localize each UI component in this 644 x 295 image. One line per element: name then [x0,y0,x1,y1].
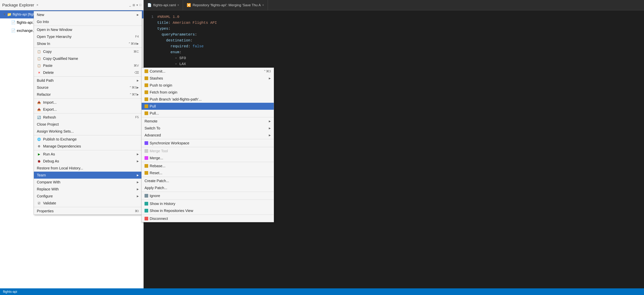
menu-item-configure-label: Configure [37,194,137,198]
menu-arrow-build-path: ▶ [137,79,139,82]
menu-item-run-as[interactable]: ▶ Run As ▶ [34,151,142,158]
maximize-icon[interactable]: □ [139,3,141,7]
menu-item-publish-exchange[interactable]: 🌐 Publish to Exchange [34,136,142,143]
reset-icon [144,171,148,175]
menu-item-import[interactable]: 📥 Import... [34,99,142,106]
team-menu-stashes[interactable]: Stashes ▶ [142,75,274,82]
team-menu-show-repos-label: Show in Repositories View [150,209,271,213]
dropdown-icon[interactable]: ▾ [136,3,138,7]
line-number-1: 1 [148,14,154,20]
team-menu-pull[interactable]: Pull [142,103,274,110]
menu-item-go-into[interactable]: Go Into [34,18,142,25]
team-menu-commit[interactable]: Commit... ⌃⌘3 [142,68,274,75]
team-menu-switch-to[interactable]: Switch To ▶ [142,125,274,132]
team-menu-disconnect[interactable]: Disconnect [142,215,274,222]
menu-item-manage-dependencies[interactable]: ⚙ Manage Dependencies [34,143,142,150]
tab-label-raml: flights-api.raml [153,3,176,7]
menu-item-configure[interactable]: Configure ▶ [34,192,142,200]
menu-item-paste-label: Paste [43,64,130,68]
menu-item-import-label: Import... [43,100,139,104]
menu-item-open-type-hierarchy[interactable]: Open Type Hierarchy F4 [34,33,142,40]
team-menu-push-branch-label: Push Branch 'add-flights-path'... [150,97,271,102]
project-icon: 📁 [7,12,12,16]
team-menu-remote[interactable]: Remote ▶ [142,118,274,125]
editor-line-5: destination: [148,38,640,44]
menu-item-delete[interactable]: ✕ Delete ⌫ [34,69,142,76]
team-separator-8 [142,214,274,215]
menu-item-close-project[interactable]: Close Project [34,121,142,128]
team-menu-switch-to-label: Switch To [144,126,269,130]
team-menu-pull-ellipsis[interactable]: Pull... [142,110,274,117]
menu-separator-2 [34,48,142,48]
tab-icon-repo: 🔀 [187,3,191,7]
team-menu-stashes-label: Stashes [150,76,269,80]
menu-item-replace-with-label: Replace With [37,187,137,191]
menu-item-copy-qualified-name[interactable]: 📋 Copy Qualified Name [34,55,142,62]
menu-item-replace-with[interactable]: Replace With ▶ [34,186,142,192]
primary-context-menu: New ▶ Go Into Open in New Window Open Ty… [34,11,142,215]
team-menu-merge[interactable]: Merge... [142,154,274,162]
team-menu-fetch-from-origin[interactable]: Fetch from origin [142,89,274,96]
menu-item-restore-local-history-label: Restore from Local History... [37,166,139,170]
team-menu-merge-tool[interactable]: Merge Tool [142,148,274,154]
menu-item-refresh[interactable]: 🔄 Refresh F5 [34,114,142,121]
menu-shortcut-properties: ⌘I [135,209,139,213]
menu-item-export[interactable]: 📤 Export... [34,106,142,113]
menu-item-open-new-window[interactable]: Open in New Window [34,26,142,33]
menu-item-validate-label: Validate [43,201,139,205]
team-menu-push-to-origin[interactable]: Push to origin [142,82,274,89]
refresh-icon: 🔄 [37,115,41,120]
menu-item-open-window-label: Open in New Window [37,28,139,32]
menu-item-show-in[interactable]: Show In ⌃⌘W ▶ [34,40,142,47]
team-menu-apply-patch[interactable]: Apply Patch... [142,184,274,191]
editor-line-2: title: American Flights API [148,20,640,26]
panel-toolbar: ⎯ ⊞ ▾ □ [129,3,141,7]
tab-close-repo[interactable]: × [262,4,264,7]
stashes-icon [144,76,148,80]
team-menu-merge-label: Merge... [150,156,271,160]
team-menu-advanced[interactable]: Advanced ▶ [142,132,274,139]
paste-icon: 📋 [37,63,41,68]
team-menu-show-in-history[interactable]: Show in History [142,200,274,207]
menu-item-new[interactable]: New ▶ [34,11,142,18]
team-menu-rebase[interactable]: Rebase... [142,162,274,170]
editor-content: 1#%RAML 1.0 title: American Flights API … [144,10,644,76]
minimize-icon[interactable]: ⎯ [129,3,131,7]
menu-arrow-refactor: ▶ [137,93,139,96]
menu-item-compare-with[interactable]: Compare With ▶ [34,178,142,186]
team-menu-create-patch[interactable]: Create Patch... [142,177,274,184]
team-separator-2 [142,139,274,139]
tab-flights-api-raml[interactable]: 📄 flights-api.raml × [144,0,183,10]
team-menu-synchronize-workspace[interactable]: Synchronize Workspace [142,140,274,146]
team-submenu: Commit... ⌃⌘3 Stashes ▶ Push to origin F… [142,68,274,222]
menu-item-debug-as[interactable]: 🐞 Debug As ▶ [34,158,142,165]
menu-item-assign-working-sets[interactable]: Assign Working Sets... [34,128,142,135]
menu-item-validate[interactable]: ☑ Validate [34,200,142,206]
tab-bar: 📄 flights-api.raml × 🔀 Repository 'fligh… [144,0,644,10]
menu-item-properties[interactable]: Properties ⌘I [34,208,142,214]
panel-close-button[interactable]: × [36,3,38,7]
menu-item-refactor[interactable]: Refactor ⌃⌘T ▶ [34,91,142,98]
tab-repository[interactable]: 🔀 Repository 'flights-api': Merging 'Sav… [183,0,268,10]
menu-shortcut-refresh: F5 [135,116,139,119]
layout-icon[interactable]: ⊞ [132,3,135,7]
tab-close-raml[interactable]: × [178,4,179,7]
team-menu-pull-label: Pull [150,104,271,108]
menu-shortcut-refactor: ⌃⌘T [129,92,137,96]
menu-item-restore-local-history[interactable]: Restore from Local History... [34,165,142,172]
menu-item-paste[interactable]: 📋 Paste ⌘V [34,62,142,69]
menu-item-copy[interactable]: 📋 Copy ⌘C [34,48,142,55]
team-menu-ignore[interactable]: Ignore [142,192,274,199]
team-menu-push-branch[interactable]: Push Branch 'add-flights-path'... [142,96,274,103]
exchange-file-icon: 📄 [11,28,16,33]
menu-item-team[interactable]: Team ▶ [34,172,142,178]
merge-tool-icon [144,149,148,153]
raml-file-icon: 📄 [11,20,16,25]
team-shortcut-commit: ⌃⌘3 [264,70,271,73]
team-menu-reset-label: Reset... [150,171,271,175]
team-menu-show-in-repositories-view[interactable]: Show in Repositories View [142,207,274,214]
menu-item-source[interactable]: Source ⌃⌘S ▶ [34,84,142,91]
team-menu-reset[interactable]: Reset... [142,170,274,176]
menu-item-build-path[interactable]: Build Path ▶ [34,77,142,84]
manage-icon: ⚙ [37,144,41,148]
